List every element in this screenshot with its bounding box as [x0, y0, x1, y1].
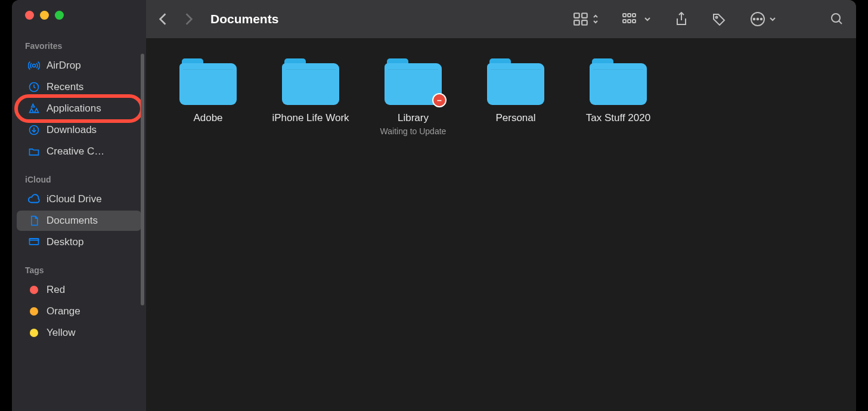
clock-icon [27, 81, 41, 94]
sidebar-item-label: AirDrop [46, 60, 81, 72]
cloud-icon [27, 193, 41, 206]
folder-icon [27, 145, 41, 158]
airdrop-icon [27, 59, 41, 72]
desktop-icon [27, 236, 41, 249]
tag-dot-icon [27, 305, 41, 318]
close-button[interactable] [25, 11, 34, 20]
apps-icon [27, 102, 41, 115]
forward-button[interactable] [184, 13, 194, 26]
sidebar-item-label: Red [46, 284, 65, 296]
tag-dot-icon [27, 326, 41, 339]
sidebar-item-downloads[interactable]: Downloads [17, 120, 141, 140]
svg-point-17 [754, 18, 755, 20]
svg-rect-14 [633, 20, 636, 23]
more-actions-button[interactable] [750, 11, 776, 27]
no-entry-badge-icon: – [432, 93, 447, 107]
window-title: Documents [210, 12, 574, 26]
toolbar: Documents [146, 0, 856, 38]
tags-button[interactable] [712, 13, 726, 26]
sidebar-tag-yellow[interactable]: Yellow [17, 323, 141, 343]
folder-name: Library [398, 112, 429, 124]
sidebar-item-label: Applications [46, 103, 101, 115]
sidebar-item-label: Documents [46, 215, 98, 227]
sidebar-item-label: Creative C… [46, 146, 104, 157]
folder-name: Personal [495, 112, 535, 124]
folder-icon [487, 58, 544, 105]
folder-item[interactable]: iPhone Life Work [259, 55, 362, 136]
svg-rect-3 [30, 239, 39, 245]
nav-buttons [158, 13, 194, 26]
group-by-button[interactable] [622, 13, 651, 25]
search-button[interactable] [830, 12, 844, 26]
sidebar: Favorites AirDrop Recents Applications [12, 0, 146, 411]
sidebar-item-label: Yellow [46, 327, 76, 339]
view-as-icons-button[interactable] [574, 13, 599, 26]
svg-rect-9 [623, 14, 626, 17]
sidebar-item-creative-cloud[interactable]: Creative C… [17, 141, 141, 162]
svg-rect-13 [628, 20, 631, 23]
svg-rect-10 [628, 14, 631, 17]
folder-name: iPhone Life Work [272, 112, 349, 124]
folder-item[interactable]: – Library Waiting to Update [362, 55, 464, 136]
download-icon [27, 123, 41, 137]
svg-point-19 [761, 18, 762, 20]
svg-rect-11 [633, 14, 636, 17]
folder-item[interactable]: Personal [464, 55, 567, 136]
sidebar-scrollbar[interactable] [141, 54, 144, 305]
document-icon [27, 214, 41, 227]
tag-dot-icon [27, 283, 41, 296]
folder-icon [282, 58, 339, 105]
sidebar-item-label: iCloud Drive [46, 193, 102, 205]
folder-subtitle: Waiting to Update [380, 126, 447, 136]
back-button[interactable] [158, 13, 168, 26]
svg-point-18 [757, 18, 759, 20]
sidebar-item-documents[interactable]: Documents [17, 211, 141, 231]
svg-rect-6 [582, 13, 587, 18]
sidebar-item-label: Downloads [46, 124, 97, 136]
sidebar-item-label: Recents [46, 81, 83, 93]
sidebar-section-header: Favorites [12, 20, 146, 54]
sidebar-item-applications[interactable]: Applications [17, 98, 141, 119]
svg-rect-12 [623, 20, 626, 23]
folder-icon [179, 58, 237, 105]
svg-rect-8 [582, 20, 587, 25]
main: Documents [146, 0, 856, 411]
sidebar-item-recents[interactable]: Recents [17, 77, 141, 97]
sidebar-item-airdrop[interactable]: AirDrop [17, 55, 141, 76]
sidebar-section-header: iCloud [12, 163, 146, 188]
sidebar-section-header: Tags [12, 254, 146, 279]
sidebar-item-label: Desktop [46, 236, 83, 248]
folder-name: Tax Stuff 2020 [586, 112, 650, 124]
sidebar-tag-orange[interactable]: Orange [17, 301, 141, 322]
folder-item[interactable]: Adobe [157, 55, 259, 136]
minimize-button[interactable] [40, 11, 49, 20]
svg-point-15 [716, 17, 718, 18]
sidebar-item-icloud-drive[interactable]: iCloud Drive [17, 189, 141, 209]
finder-window: Favorites AirDrop Recents Applications [12, 0, 856, 411]
svg-point-0 [33, 64, 36, 67]
sidebar-item-desktop[interactable]: Desktop [17, 232, 141, 252]
folder-name: Adobe [193, 112, 222, 124]
sidebar-tag-red[interactable]: Red [17, 280, 141, 300]
maximize-button[interactable] [55, 11, 64, 20]
toolbar-actions [574, 11, 844, 27]
window-controls [12, 0, 146, 20]
svg-rect-5 [574, 13, 579, 18]
share-button[interactable] [675, 12, 688, 26]
file-browser[interactable]: Adobe iPhone Life Work – Library Waiting… [146, 38, 856, 411]
folder-icon: – [385, 58, 442, 105]
folder-icon [590, 58, 647, 105]
svg-rect-7 [574, 20, 579, 25]
folder-item[interactable]: Tax Stuff 2020 [567, 55, 669, 136]
svg-rect-4 [30, 239, 39, 240]
svg-point-20 [832, 14, 840, 22]
sidebar-item-label: Orange [46, 305, 80, 317]
